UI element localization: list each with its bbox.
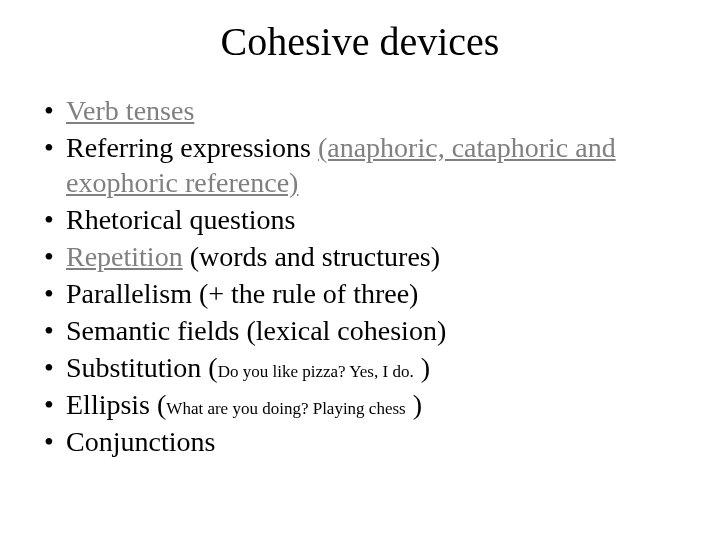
list-item: •Repetition (words and structures) xyxy=(44,239,690,274)
list-item: •Ellipsis (What are you doing? Playing c… xyxy=(44,387,690,422)
slide-title: Cohesive devices xyxy=(0,18,720,65)
list-item: •Substitution (Do you like pizza? Yes, I… xyxy=(44,350,690,385)
link-repetition[interactable]: Repetition xyxy=(66,241,183,272)
bullet-icon: • xyxy=(44,424,66,459)
item-text: Substitution ( xyxy=(66,352,218,383)
list-item: •Parallelism (+ the rule of three) xyxy=(44,276,690,311)
bullet-icon: • xyxy=(44,239,66,274)
list-item: •Verb tenses xyxy=(44,93,690,128)
bullet-icon: • xyxy=(44,130,66,165)
bullet-list: •Verb tenses •Referring expressions (ana… xyxy=(0,93,720,459)
list-item: •Referring expressions (anaphoric, catap… xyxy=(44,130,690,200)
list-item: •Rhetorical questions xyxy=(44,202,690,237)
bullet-icon: • xyxy=(44,387,66,422)
item-text: ) xyxy=(414,352,430,383)
item-text: (words and structures) xyxy=(183,241,440,272)
item-text: Referring expressions xyxy=(66,132,318,163)
list-item: •Semantic fields (lexical cohesion) xyxy=(44,313,690,348)
item-text: Rhetorical questions xyxy=(66,204,295,235)
example-text: Do you like pizza? Yes, I do. xyxy=(218,362,414,381)
item-text: ) xyxy=(406,389,422,420)
list-item: •Conjunctions xyxy=(44,424,690,459)
bullet-icon: • xyxy=(44,276,66,311)
slide: Cohesive devices •Verb tenses •Referring… xyxy=(0,0,720,540)
link-verb-tenses[interactable]: Verb tenses xyxy=(66,95,194,126)
item-text: Semantic fields (lexical cohesion) xyxy=(66,315,446,346)
bullet-icon: • xyxy=(44,350,66,385)
example-text: What are you doing? Playing chess xyxy=(166,399,405,418)
bullet-icon: • xyxy=(44,202,66,237)
item-text: Conjunctions xyxy=(66,426,215,457)
item-text: Ellipsis ( xyxy=(66,389,166,420)
bullet-icon: • xyxy=(44,313,66,348)
bullet-icon: • xyxy=(44,93,66,128)
item-text: Parallelism (+ the rule of three) xyxy=(66,278,418,309)
